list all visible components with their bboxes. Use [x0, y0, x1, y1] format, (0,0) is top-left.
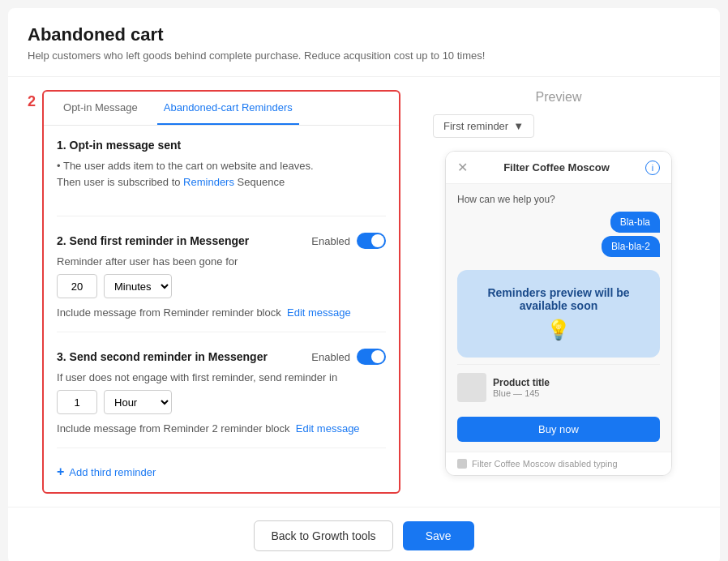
reminder1-message-info: Include message from Reminder reminder b… [57, 306, 386, 319]
reminder1-edit-link[interactable]: Edit message [287, 306, 351, 319]
reminder2-value-input[interactable] [57, 390, 97, 414]
reminder2-message-text: Include message from Reminder 2 reminder… [57, 422, 290, 435]
product-image [457, 373, 486, 402]
page-title: Abandoned cart [28, 24, 700, 45]
info-icon[interactable]: i [645, 161, 660, 175]
reminder1-message-text: Include message from Reminder reminder b… [57, 306, 281, 319]
close-icon[interactable]: ✕ [457, 160, 468, 175]
reminder2-edit-link[interactable]: Edit message [296, 422, 360, 435]
save-button[interactable]: Save [403, 521, 474, 550]
lightbulb-icon: 💡 [470, 319, 647, 341]
reminder2-header: 3. Send second reminder in Messenger Ena… [57, 349, 386, 365]
optin-desc: • The user adds item to the cart on webs… [57, 158, 386, 190]
footer-text: Filter Coffee Moscow disabled typing [472, 459, 618, 469]
panel-content: 1. Opt-in message sent • The user adds i… [44, 126, 399, 492]
chat-bubbles: Bla-bla Bla-bla-2 [457, 212, 660, 263]
phone-header: ✕ Filter Coffee Moscow i [446, 152, 671, 184]
page-subtitle: Help customers who left goods behind com… [28, 49, 700, 63]
optin-desc-suffix: Sequence [234, 176, 285, 188]
add-reminder-label: Add third reminder [69, 466, 156, 478]
tab-abandoned-cart[interactable]: Abandoned-cart Reminders [157, 92, 299, 125]
reminder2-enabled-label: Enabled [311, 351, 350, 363]
reminder1-value-input[interactable] [57, 274, 97, 298]
reminder2-section: 3. Send second reminder in Messenger Ena… [57, 349, 386, 448]
product-title: Product title [493, 377, 660, 388]
optin-section: 1. Opt-in message sent • The user adds i… [57, 139, 386, 216]
footer-typing-icon [457, 459, 467, 469]
reminder1-unit-select[interactable]: Minutes Hours Days [104, 274, 172, 298]
brand-name: Filter Coffee Moscow [503, 161, 610, 173]
chevron-down-icon: ▼ [513, 120, 524, 132]
back-button[interactable]: Back to Growth tools [254, 520, 392, 551]
content-area: 2 Opt-in Message Abandoned-cart Reminder… [8, 77, 720, 507]
reminder1-sub: Reminder after user has been gone for [57, 255, 386, 268]
reminder1-toggle-group: Enabled [311, 233, 386, 249]
preview-panel: Preview First reminder ▼ ✕ Filter Coffee… [417, 90, 700, 494]
plus-icon: + [57, 465, 64, 479]
tab-optin-message[interactable]: Opt-in Message [57, 92, 144, 125]
bubble2: Bla-bla-2 [602, 236, 660, 257]
reminder2-sub: If user does not engage with first remin… [57, 371, 386, 383]
page-header: Abandoned cart Help customers who left g… [8, 8, 720, 77]
reminder1-input-row: Minutes Hours Days [57, 274, 386, 298]
preview-title: Preview [536, 90, 582, 105]
reminder2-input-row: Minutes Hour Days [57, 390, 386, 414]
preview-dropdown-label: First reminder [443, 120, 508, 132]
optin-heading: 1. Opt-in message sent [57, 139, 386, 152]
phone-footer: Filter Coffee Moscow disabled typing [446, 452, 671, 475]
add-reminder-button[interactable]: + Add third reminder [57, 465, 386, 479]
reminder1-section: 2. Send first reminder in Messenger Enab… [57, 233, 386, 332]
reminder2-title: 3. Send second reminder in Messenger [57, 350, 268, 363]
preview-phone: ✕ Filter Coffee Moscow i How can we help… [445, 151, 672, 476]
step-number: 2 [28, 93, 36, 110]
how-help-text: How can we help you? [457, 194, 660, 205]
left-panel: 2 Opt-in Message Abandoned-cart Reminder… [28, 90, 400, 494]
settings-panel: Opt-in Message Abandoned-cart Reminders … [42, 90, 400, 494]
reminder2-message-info: Include message from Reminder 2 reminder… [57, 422, 386, 435]
reminder1-toggle[interactable] [357, 233, 386, 249]
preview-overlay: Reminders preview will be available soon… [457, 270, 660, 358]
product-info: Product title Blue — 145 [493, 377, 660, 398]
buy-now-button[interactable]: Buy now [457, 417, 660, 442]
product-variant: Blue — 145 [493, 388, 660, 398]
bottom-bar: Back to Growth tools Save [8, 507, 720, 561]
reminder2-unit-select[interactable]: Minutes Hour Days [104, 390, 172, 414]
reminder1-header: 2. Send first reminder in Messenger Enab… [57, 233, 386, 249]
bubble1: Bla-bla [610, 212, 660, 233]
reminder2-toggle[interactable] [357, 349, 386, 365]
reminder1-title: 2. Send first reminder in Messenger [57, 234, 249, 247]
reminder1-enabled-label: Enabled [311, 235, 350, 247]
tabs-row: Opt-in Message Abandoned-cart Reminders [44, 92, 399, 126]
reminders-link[interactable]: Reminders [183, 176, 234, 188]
reminder2-toggle-group: Enabled [311, 349, 386, 365]
product-row: Product title Blue — 145 [457, 364, 660, 410]
phone-body: How can we help you? Bla-bla Bla-bla-2 R… [446, 184, 671, 452]
preview-overlay-text: Reminders preview will be available soon [470, 286, 647, 312]
preview-dropdown[interactable]: First reminder ▼ [433, 114, 534, 138]
